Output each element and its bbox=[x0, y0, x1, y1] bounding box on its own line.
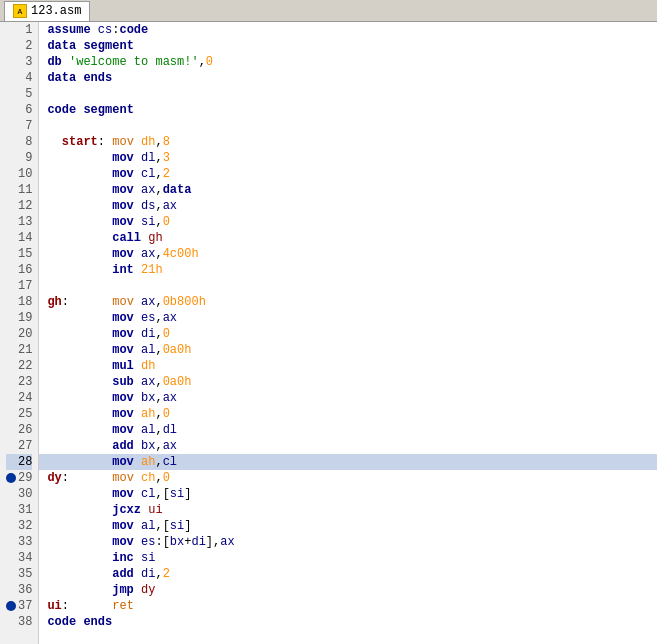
code-line: mul dh bbox=[39, 358, 657, 374]
line-number: 10 bbox=[6, 166, 32, 182]
line-number: 34 bbox=[6, 550, 32, 566]
line-number: 2 bbox=[6, 38, 32, 54]
code-line: mov es,ax bbox=[39, 310, 657, 326]
code-container: 1234567891011121314151617181920212223242… bbox=[0, 22, 657, 644]
code-line: mov cl,2 bbox=[39, 166, 657, 182]
code-line bbox=[39, 278, 657, 294]
code-line: mov ds,ax bbox=[39, 198, 657, 214]
line-number: 32 bbox=[6, 518, 32, 534]
line-number: 24 bbox=[6, 390, 32, 406]
line-number: 26 bbox=[6, 422, 32, 438]
line-number: 36 bbox=[6, 582, 32, 598]
code-line: mov si,0 bbox=[39, 214, 657, 230]
code-lines[interactable]: assume cs:codedata segmentdb 'welcome to… bbox=[39, 22, 657, 644]
code-line: mov dl,3 bbox=[39, 150, 657, 166]
line-number: 14 bbox=[6, 230, 32, 246]
line-number: 11 bbox=[6, 182, 32, 198]
code-line: mov es:[bx+di],ax bbox=[39, 534, 657, 550]
code-line: mov al,[si] bbox=[39, 518, 657, 534]
tab-label: 123.asm bbox=[31, 4, 81, 18]
line-number: 30 bbox=[6, 486, 32, 502]
code-line: call gh bbox=[39, 230, 657, 246]
code-line: assume cs:code bbox=[39, 22, 657, 38]
line-number: 28 bbox=[6, 454, 32, 470]
line-number: 5 bbox=[6, 86, 32, 102]
title-bar: A 123.asm bbox=[0, 0, 657, 22]
code-line: mov di,0 bbox=[39, 326, 657, 342]
line-number: 6 bbox=[6, 102, 32, 118]
breakpoint-dot[interactable] bbox=[6, 473, 16, 483]
code-line: start: mov dh,8 bbox=[39, 134, 657, 150]
line-number: 19 bbox=[6, 310, 32, 326]
line-number: 12 bbox=[6, 198, 32, 214]
code-line: data ends bbox=[39, 70, 657, 86]
code-line: db 'welcome to masm!',0 bbox=[39, 54, 657, 70]
code-line: dy: mov ch,0 bbox=[39, 470, 657, 486]
code-line: int 21h bbox=[39, 262, 657, 278]
line-number: 16 bbox=[6, 262, 32, 278]
code-line: sub ax,0a0h bbox=[39, 374, 657, 390]
code-line: data segment bbox=[39, 38, 657, 54]
code-line: code ends bbox=[39, 614, 657, 630]
editor-area: 1234567891011121314151617181920212223242… bbox=[0, 22, 657, 644]
line-number: 9 bbox=[6, 150, 32, 166]
code-line: mov bx,ax bbox=[39, 390, 657, 406]
line-number: 7 bbox=[6, 118, 32, 134]
line-number: 22 bbox=[6, 358, 32, 374]
line-number: 31 bbox=[6, 502, 32, 518]
code-line: add di,2 bbox=[39, 566, 657, 582]
line-number: 23 bbox=[6, 374, 32, 390]
code-line: mov cl,[si] bbox=[39, 486, 657, 502]
code-line: jcxz ui bbox=[39, 502, 657, 518]
code-line: ui: ret bbox=[39, 598, 657, 614]
code-line: inc si bbox=[39, 550, 657, 566]
code-line: mov ax,data bbox=[39, 182, 657, 198]
line-number: 8 bbox=[6, 134, 32, 150]
code-line bbox=[39, 118, 657, 134]
line-number: 21 bbox=[6, 342, 32, 358]
line-number: 20 bbox=[6, 326, 32, 342]
line-number: 29 bbox=[6, 470, 32, 486]
line-number: 15 bbox=[6, 246, 32, 262]
file-tab[interactable]: A 123.asm bbox=[4, 1, 90, 21]
line-number: 17 bbox=[6, 278, 32, 294]
code-line: mov al,0a0h bbox=[39, 342, 657, 358]
line-number: 27 bbox=[6, 438, 32, 454]
file-icon: A bbox=[13, 4, 27, 18]
line-number: 3 bbox=[6, 54, 32, 70]
line-number: 35 bbox=[6, 566, 32, 582]
code-line: mov ah,0 bbox=[39, 406, 657, 422]
code-line: gh: mov ax,0b800h bbox=[39, 294, 657, 310]
code-line: jmp dy bbox=[39, 582, 657, 598]
line-number: 4 bbox=[6, 70, 32, 86]
code-line: mov ah,cl bbox=[39, 454, 657, 470]
code-line: add bx,ax bbox=[39, 438, 657, 454]
line-number: 38 bbox=[6, 614, 32, 630]
code-line: code segment bbox=[39, 102, 657, 118]
line-number: 25 bbox=[6, 406, 32, 422]
line-number: 18 bbox=[6, 294, 32, 310]
code-line: mov al,dl bbox=[39, 422, 657, 438]
code-line: mov ax,4c00h bbox=[39, 246, 657, 262]
line-number: 33 bbox=[6, 534, 32, 550]
code-line bbox=[39, 86, 657, 102]
line-numbers: 1234567891011121314151617181920212223242… bbox=[0, 22, 39, 644]
line-number: 13 bbox=[6, 214, 32, 230]
line-number: 37 bbox=[6, 598, 32, 614]
breakpoint-dot[interactable] bbox=[6, 601, 16, 611]
line-number: 1 bbox=[6, 22, 32, 38]
